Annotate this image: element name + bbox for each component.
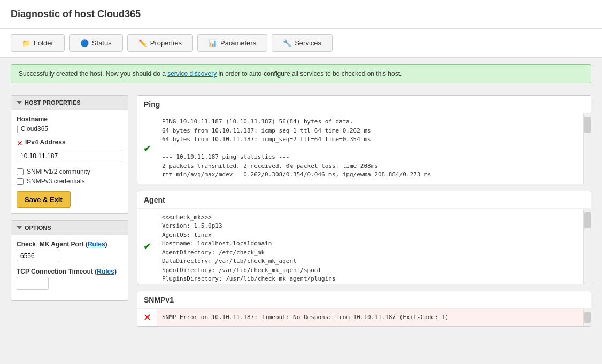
hostname-value: Cloud365	[21, 125, 48, 133]
snmpv1-row: SNMPv1/2 community	[17, 168, 122, 175]
notification-text-before: Successfully created the host. Now you s…	[19, 70, 167, 78]
snmpv3-row: SNMPv3 credentials	[17, 177, 122, 185]
options-collapse-icon[interactable]	[17, 226, 22, 229]
services-icon: 🔧	[283, 39, 291, 47]
ping-output-text: PING 10.10.11.187 (10.10.11.187) 56(84) …	[157, 113, 583, 184]
snmpv3-checkbox[interactable]	[17, 178, 24, 185]
tab-properties-label: Properties	[150, 39, 182, 47]
status-icon: 🔵	[80, 39, 89, 47]
page-title: Diagnostic of host Cloud365	[11, 9, 591, 20]
ipv4-label: IPv4 Address	[25, 138, 66, 146]
properties-icon: ✏️	[138, 39, 147, 47]
snmpv1-section: SNMPv1 ✕ SNMP Error on 10.10.11.187: Tim…	[137, 291, 591, 327]
tab-parameters-label: Parameters	[220, 39, 256, 47]
agent-port-field: Check_MK Agent Port (Rules)	[17, 241, 122, 262]
service-discovery-link[interactable]: service discovery	[167, 70, 217, 78]
ping-status: ✔	[137, 113, 157, 184]
agent-port-input[interactable]	[17, 250, 59, 262]
ping-ok-icon: ✔	[143, 143, 151, 154]
hostname-label: Hostname	[17, 115, 122, 123]
snmpv3-label: SNMPv3 credentials	[27, 177, 85, 185]
ping-scrollbar[interactable]	[583, 113, 591, 184]
notification-bar: Successfully created the host. Now you s…	[11, 64, 591, 83]
tcp-timeout-rules-link[interactable]: Rules	[97, 268, 114, 275]
tab-parameters[interactable]: 📊 Parameters	[197, 34, 267, 52]
collapse-icon[interactable]	[17, 101, 22, 104]
agent-output-text: <<<check_mk>>> Version: 1.5.0p13 AgentOS…	[157, 209, 583, 284]
notification-text-after: in order to auto-configure all services …	[217, 70, 402, 78]
snmpv1-label: SNMPv1/2 community	[27, 168, 90, 175]
tab-status[interactable]: 🔵 Status	[69, 34, 123, 52]
agent-ok-icon: ✔	[143, 241, 151, 252]
hostname-field: Hostname | Cloud365	[17, 115, 122, 133]
host-properties-title: HOST PROPERTIES	[25, 99, 81, 106]
agent-section: Agent ✔ <<<check_mk>>> Version: 1.5.0p13…	[137, 191, 591, 284]
tab-services[interactable]: 🔧 Services	[272, 34, 333, 52]
snmpv1-checkbox[interactable]	[17, 168, 24, 175]
tab-services-label: Services	[295, 39, 321, 47]
ping-output: PING 10.10.11.187 (10.10.11.187) 56(84) …	[157, 113, 583, 184]
snmpv1-header: SNMPv1	[137, 291, 591, 309]
snmpv1-error-icon: ✕	[143, 312, 151, 323]
options-section: OPTIONS Check_MK Agent Port (Rules) TCP …	[11, 220, 128, 301]
tab-folder[interactable]: 📁 Folder	[11, 34, 65, 52]
options-header: OPTIONS	[11, 221, 128, 235]
agent-status: ✔	[137, 209, 157, 284]
folder-icon: 📁	[22, 39, 30, 47]
tcp-timeout-input[interactable]	[17, 277, 49, 290]
ipv4-toggle-icon[interactable]: ✕	[17, 139, 23, 148]
agent-output: <<<check_mk>>> Version: 1.5.0p13 AgentOS…	[157, 209, 583, 284]
agent-scrollbar[interactable]	[583, 209, 591, 284]
snmpv1-output: SNMP Error on 10.10.11.187: Timeout: No …	[157, 309, 583, 327]
hostname-bullet: |	[17, 125, 19, 133]
snmpv1-scrollbar-thumb	[584, 312, 591, 323]
tab-properties[interactable]: ✏️ Properties	[127, 34, 193, 52]
options-title: OPTIONS	[25, 224, 51, 231]
ipv4-field: ✕ IPv4 Address	[17, 138, 122, 162]
snmpv1-status: ✕	[137, 309, 157, 327]
tcp-timeout-field: TCP Connection Timeout (Rules)	[17, 268, 122, 290]
tab-folder-label: Folder	[34, 39, 53, 47]
parameters-icon: 📊	[209, 39, 217, 47]
tcp-timeout-label: TCP Connection Timeout (Rules)	[17, 268, 122, 275]
ping-scrollbar-thumb	[584, 117, 591, 133]
snmpv1-scrollbar[interactable]	[583, 309, 591, 327]
ping-section: Ping ✔ PING 10.10.11.187 (10.10.11.187) …	[137, 95, 591, 184]
snmpv1-output-text: SNMP Error on 10.10.11.187: Timeout: No …	[157, 309, 583, 327]
host-properties-section: HOST PROPERTIES Hostname | Cloud365 ✕ IP…	[11, 95, 128, 214]
tab-status-label: Status	[92, 39, 112, 47]
tab-bar: 📁 Folder 🔵 Status ✏️ Properties 📊 Parame…	[0, 29, 602, 58]
agent-port-label: Check_MK Agent Port (Rules)	[17, 241, 122, 248]
sidebar: HOST PROPERTIES Hostname | Cloud365 ✕ IP…	[11, 95, 128, 333]
agent-scrollbar-thumb	[584, 212, 591, 228]
agent-port-rules-link[interactable]: Rules	[88, 241, 105, 248]
ping-header: Ping	[137, 96, 591, 113]
diagnostics-area: Ping ✔ PING 10.10.11.187 (10.10.11.187) …	[137, 95, 591, 333]
host-properties-header: HOST PROPERTIES	[11, 96, 128, 110]
ipv4-input[interactable]	[17, 150, 122, 162]
save-exit-button[interactable]: Save & Exit	[17, 191, 71, 208]
agent-header: Agent	[137, 191, 591, 209]
